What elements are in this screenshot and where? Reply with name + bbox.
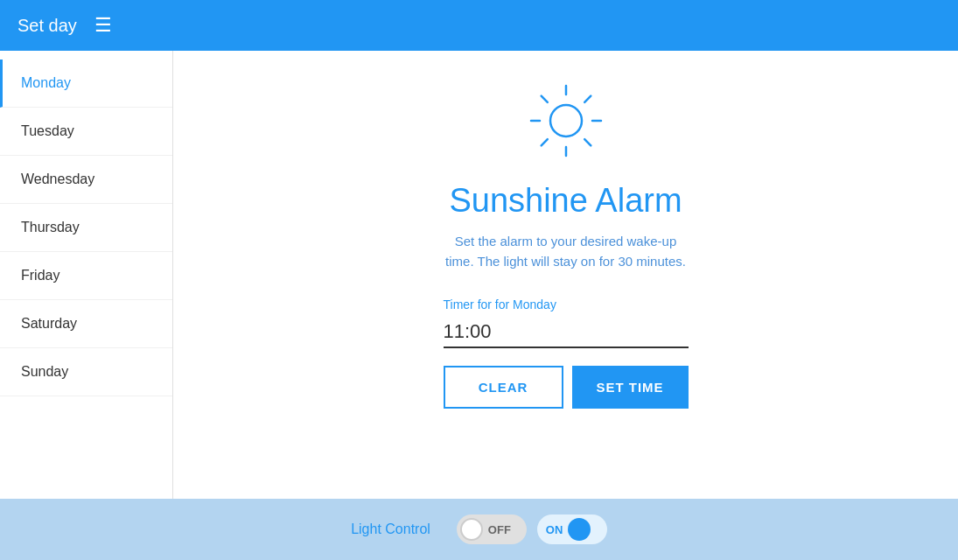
light-control-label: Light Control [351, 522, 430, 537]
content-area: Monday Tuesday Wednesday Thursday Friday… [0, 51, 958, 499]
timer-section: Timer for for Monday CLEAR SET TIME [444, 298, 689, 409]
toggle-off-knob [460, 518, 483, 541]
toggle-on-knob [568, 518, 591, 541]
svg-line-4 [541, 96, 547, 102]
svg-line-5 [584, 139, 591, 145]
sun-icon [522, 77, 610, 168]
sidebar: Monday Tuesday Wednesday Thursday Friday… [0, 51, 173, 499]
app-description: Set the alarm to your desired wake-up ti… [445, 232, 686, 271]
sidebar-item-sunday[interactable]: Sunday [0, 348, 172, 396]
footer: Light Control OFF ON [0, 499, 958, 560]
toggle-on-label: ON [546, 523, 563, 536]
svg-line-6 [584, 96, 591, 102]
main-content: Sunshine Alarm Set the alarm to your des… [173, 51, 958, 499]
sidebar-item-monday[interactable]: Monday [0, 60, 172, 108]
hamburger-icon[interactable]: ☰ [94, 14, 112, 37]
toggle-off-switch[interactable]: OFF [457, 514, 527, 544]
time-input[interactable] [444, 317, 689, 348]
toggle-off-label: OFF [488, 523, 511, 536]
svg-line-7 [541, 139, 547, 145]
sidebar-item-friday[interactable]: Friday [0, 252, 172, 300]
svg-point-8 [550, 105, 582, 136]
app-header: Set day ☰ [0, 0, 958, 51]
sidebar-item-tuesday[interactable]: Tuesday [0, 108, 172, 156]
button-row: CLEAR SET TIME [444, 366, 689, 409]
sidebar-item-wednesday[interactable]: Wednesday [0, 156, 172, 204]
toggle-on-switch[interactable]: ON [537, 514, 607, 544]
timer-label: Timer for for Monday [444, 298, 689, 312]
app-title: Sunshine Alarm [449, 182, 682, 220]
sidebar-item-saturday[interactable]: Saturday [0, 300, 172, 348]
clear-button[interactable]: CLEAR [444, 366, 563, 409]
set-time-button[interactable]: SET TIME [572, 366, 689, 409]
toggle-group: OFF ON [457, 514, 607, 544]
header-title: Set day [17, 16, 77, 36]
sidebar-item-thursday[interactable]: Thursday [0, 204, 172, 252]
